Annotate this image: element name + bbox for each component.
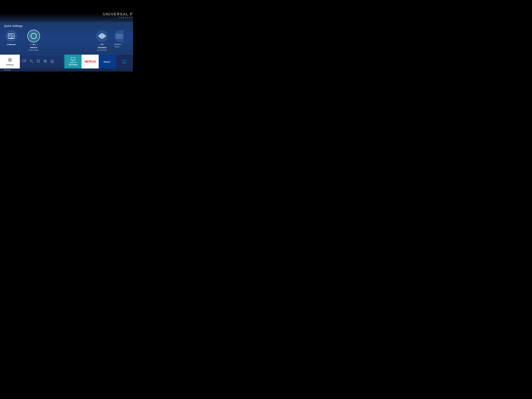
apps-svg [36, 59, 40, 63]
ambient-icon[interactable] [43, 59, 47, 64]
emanual-label: e-Manual [7, 43, 15, 45]
separator [63, 56, 64, 67]
bar1 [99, 35, 99, 37]
svg-point-19 [39, 62, 40, 63]
bar7 [105, 35, 106, 37]
svg-line-15 [32, 62, 33, 63]
app-tile-prime-video[interactable]: primevideo [116, 55, 133, 69]
svg-point-17 [39, 60, 40, 61]
bar5 [103, 33, 103, 38]
app-tile-disney[interactable]: Disney+ [99, 55, 116, 69]
picture-mode-sublabel: Picture Mode [29, 49, 39, 51]
taskbar: Settings [0, 55, 133, 68]
sound-mode-sublabel: Sound Mode [97, 49, 107, 51]
settings-label: Settings [6, 63, 14, 66]
picture-mode-dots [30, 44, 38, 45]
nav-icons-row [20, 59, 63, 64]
dot-2 [32, 44, 32, 45]
dot-5 [37, 44, 38, 45]
disney-label: Disney+ [104, 60, 111, 63]
home-svg [51, 59, 54, 63]
app-tile-netflix[interactable]: NETFLIX [82, 55, 99, 69]
apps-icon[interactable] [36, 59, 40, 64]
search-icon[interactable] [30, 59, 33, 64]
picture-mode-circle-icon [31, 33, 37, 39]
monitor-icon [71, 57, 75, 61]
bar4 [102, 33, 102, 39]
sound-mode-dots [100, 44, 104, 45]
app-tiles: Live TV Terrestrial NETFLIX Disney+ prim… [64, 55, 133, 69]
source-icon[interactable] [22, 59, 26, 64]
universal-presents: PRESENT [119, 17, 133, 19]
dot-4 [35, 44, 36, 45]
sound-mode-label: Standard [98, 46, 106, 49]
emanual-icon-circle: e [5, 30, 17, 42]
settings-tile[interactable]: Settings [0, 55, 20, 69]
live-tv-label: Live TV Terrestrial [69, 61, 77, 66]
picture-mode-label: Natural [30, 46, 37, 49]
setting-item-sound-mode[interactable]: Standard Sound Mode [95, 30, 109, 51]
svg-point-18 [37, 62, 38, 63]
soundwave-icon [99, 33, 106, 39]
gear-icon [7, 57, 13, 63]
setting-item-picture-mode[interactable]: Natural Picture Mode [26, 30, 41, 51]
receiver-label: Receive [114, 43, 121, 45]
quick-settings-panel: Quick Settings e e-Manual [0, 22, 133, 55]
svg-rect-12 [23, 59, 25, 62]
svg-point-16 [37, 60, 38, 61]
universal-title: UNIVERSAL P [103, 12, 133, 16]
svg-rect-24 [71, 57, 75, 60]
home-icon[interactable] [51, 59, 54, 64]
bar2 [100, 34, 100, 38]
dot-1 [30, 44, 31, 45]
on-now-bar: On Now [0, 68, 133, 71]
prime-label: primevideo [122, 59, 127, 64]
netflix-label: NETFLIX [85, 60, 96, 63]
sdot-3 [103, 44, 104, 45]
sound-mode-icon-circle [96, 30, 108, 42]
receiver-icon [116, 32, 123, 40]
quick-settings-title: Quick Settings [4, 24, 129, 28]
svg-text:e: e [12, 35, 13, 38]
on-now-label: On Now [4, 69, 11, 71]
setting-item-emanual[interactable]: e e-Manual [4, 30, 19, 45]
sdot-2-active [101, 44, 103, 45]
bar6 [104, 34, 105, 38]
source-svg [22, 59, 26, 63]
search-svg [30, 59, 33, 63]
ambient-svg [43, 59, 47, 63]
receiver-icon-circle [114, 30, 124, 42]
bar3 [101, 33, 101, 38]
settings-items-row: e e-Manual Natural Picture Mode [4, 30, 129, 53]
picture-mode-icon-circle [28, 30, 40, 42]
book-e-icon: e [8, 33, 15, 39]
background-area: UNIVERSAL P PRESENT [0, 0, 133, 22]
setting-item-receiver[interactable]: Receive Sound [114, 30, 129, 48]
dot-3-active [33, 44, 34, 45]
sdot-1 [100, 44, 101, 45]
app-tile-live-tv[interactable]: Live TV Terrestrial [64, 55, 82, 69]
receiver-sublabel: Sound [114, 46, 120, 48]
svg-point-10 [9, 59, 11, 61]
svg-point-22 [45, 61, 45, 61]
